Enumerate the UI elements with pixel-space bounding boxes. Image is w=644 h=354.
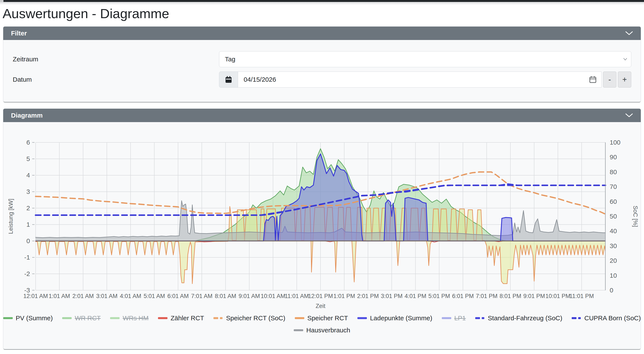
date-minus-button[interactable]: -	[603, 72, 616, 88]
legend-swatch	[110, 317, 120, 319]
svg-text:6:01 AM: 6:01 AM	[167, 293, 188, 299]
svg-text:50: 50	[610, 213, 617, 220]
legend-label: LP1	[454, 314, 466, 322]
legend-item[interactable]: Hausverbrauch	[294, 326, 350, 334]
date-field[interactable]: 04/15/2026	[238, 72, 602, 88]
diagram-panel: Diagramm -3-2-10123456010203040506070809…	[3, 108, 641, 349]
legend-swatch	[358, 317, 367, 319]
series-fill	[36, 154, 605, 241]
legend-item[interactable]: WR RCT	[62, 314, 100, 322]
svg-text:3:01 AM: 3:01 AM	[96, 293, 118, 299]
svg-text:70: 70	[610, 183, 617, 190]
svg-text:5: 5	[26, 155, 30, 162]
diagram-panel-title: Diagramm	[11, 112, 43, 119]
legend-item[interactable]: LP1	[442, 314, 466, 322]
calendar-button[interactable]	[219, 72, 238, 88]
date-picker-icon[interactable]	[589, 76, 596, 83]
svg-text:40: 40	[610, 227, 617, 235]
svg-text:2: 2	[26, 205, 30, 212]
legend-label: Zähler RCT	[170, 314, 204, 322]
zeitraum-select[interactable]: Tag	[219, 51, 631, 67]
svg-text:100: 100	[610, 139, 620, 146]
legend-item[interactable]: Speicher RCT	[295, 314, 348, 322]
header-shadow	[0, 2, 644, 5]
legend-swatch	[3, 317, 13, 319]
page-title: Auswertungen - Diagramme	[2, 6, 644, 21]
x-axis-title: Zeit	[316, 303, 326, 309]
legend-label: Standard-Fahrzeug (SoC)	[488, 314, 562, 322]
legend-item[interactable]: Standard-Fahrzeug (SoC)	[475, 314, 562, 322]
legend-label: PV (Summe)	[16, 314, 53, 322]
svg-text:6: 6	[26, 139, 30, 146]
svg-text:12:01 AM: 12:01 AM	[23, 293, 48, 299]
svg-text:1: 1	[26, 221, 30, 228]
svg-text:5:01 AM: 5:01 AM	[144, 293, 165, 299]
zeitraum-row: Zeitraum Tag	[13, 51, 631, 67]
svg-text:4:01 AM: 4:01 AM	[120, 293, 141, 299]
legend-swatch	[62, 317, 72, 319]
zeitraum-selected-value: Tag	[225, 56, 235, 63]
svg-text:10: 10	[610, 272, 617, 279]
legend-label: CUPRA Born (SoC)	[584, 314, 641, 322]
navbar-bottom-edge	[0, 0, 644, 2]
diagram-panel-header[interactable]: Diagramm	[3, 109, 641, 122]
navbar-corner	[0, 0, 4, 2]
legend-item[interactable]: PV (Summe)	[3, 314, 53, 322]
y-axis-left-title: Leistung [kW]	[8, 199, 14, 234]
y-axis-right-title: SoC [%]	[632, 206, 638, 227]
svg-text:0: 0	[26, 237, 30, 244]
legend-item[interactable]: WRs HM	[110, 314, 148, 322]
legend-item[interactable]: Speicher RCT (SoC)	[214, 314, 285, 322]
svg-text:7:01 PM: 7:01 PM	[476, 293, 498, 299]
datum-label: Datum	[13, 76, 219, 83]
svg-text:1:01 AM: 1:01 AM	[48, 293, 70, 299]
datum-row: Datum 04/15/2026	[13, 72, 631, 88]
svg-text:80: 80	[610, 168, 617, 175]
svg-text:2:01 AM: 2:01 AM	[72, 293, 94, 299]
svg-text:-2: -2	[24, 270, 30, 277]
svg-text:6:01 PM: 6:01 PM	[452, 293, 474, 299]
svg-text:7:01 AM: 7:01 AM	[191, 293, 212, 299]
svg-text:11:01 PM: 11:01 PM	[569, 293, 594, 299]
legend-item[interactable]: CUPRA Born (SoC)	[572, 314, 641, 322]
legend-label: WR RCT	[75, 314, 100, 322]
filter-panel-header[interactable]: Filter	[3, 27, 641, 40]
svg-text:3: 3	[26, 188, 30, 195]
svg-text:30: 30	[610, 242, 617, 249]
legend-label: Speicher RCT (SoC)	[226, 314, 285, 322]
svg-text:60: 60	[610, 198, 617, 205]
legend-dashed-swatch	[572, 317, 582, 319]
svg-text:0: 0	[610, 287, 613, 294]
legend-swatch	[158, 317, 168, 319]
legend-dashed-swatch	[475, 317, 485, 319]
legend-label: WRs HM	[122, 314, 148, 322]
legend-label: Hausverbrauch	[306, 326, 350, 334]
svg-text:-1: -1	[24, 254, 30, 261]
diagram-panel-body: -3-2-10123456010203040506070809010012:01…	[3, 122, 641, 349]
chevron-down-icon[interactable]	[625, 113, 633, 118]
filter-panel: Filter Zeitraum Tag Datum	[3, 26, 641, 102]
svg-text:8:01 AM: 8:01 AM	[215, 293, 236, 299]
svg-text:1:01 PM: 1:01 PM	[334, 293, 355, 299]
legend-label: Speicher RCT	[307, 314, 348, 322]
legend-item[interactable]: Zähler RCT	[158, 314, 204, 322]
legend-swatch	[295, 317, 305, 319]
energy-chart: -3-2-10123456010203040506070809010012:01…	[3, 123, 641, 310]
zeitraum-label: Zeitraum	[13, 56, 219, 63]
chart-legend-row-1: PV (Summe)WR RCTWRs HMZähler RCTSpeicher…	[3, 314, 641, 322]
svg-text:11:01 AM: 11:01 AM	[285, 293, 309, 299]
svg-text:9:01 AM: 9:01 AM	[238, 293, 260, 299]
svg-text:3:01 PM: 3:01 PM	[381, 293, 403, 299]
date-value: 04/15/2026	[244, 76, 276, 83]
legend-swatch	[294, 329, 304, 331]
chevron-down-icon[interactable]	[625, 31, 633, 36]
svg-text:10:01 AM: 10:01 AM	[261, 293, 285, 299]
svg-text:5:01 PM: 5:01 PM	[428, 293, 450, 299]
svg-text:4:01 PM: 4:01 PM	[405, 293, 426, 299]
svg-text:8:01 PM: 8:01 PM	[500, 293, 522, 299]
filter-panel-title: Filter	[11, 30, 27, 37]
date-plus-button[interactable]: +	[618, 72, 631, 88]
svg-text:12:01 PM: 12:01 PM	[308, 293, 333, 299]
svg-text:4: 4	[26, 171, 30, 179]
legend-item[interactable]: Ladepunkte (Summe)	[358, 314, 432, 322]
